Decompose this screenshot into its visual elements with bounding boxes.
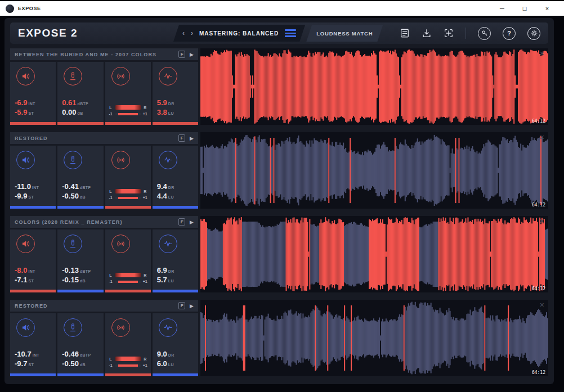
waveform-display[interactable]: × 64:12 — [200, 216, 548, 292]
stereo-width-bar — [115, 189, 141, 193]
preset-label[interactable]: MASTERING: BALANCED — [199, 30, 279, 37]
unit-label: dB — [80, 361, 86, 369]
track-header: RESTORED F ▶ — [10, 132, 198, 144]
unit-label: dBTP — [80, 183, 91, 192]
waveform — [200, 216, 548, 292]
remove-track-icon[interactable]: × — [540, 217, 544, 225]
lu-value: 4.4 — [157, 192, 167, 200]
remove-track-icon[interactable]: × — [540, 133, 544, 141]
tile-status-bar — [105, 290, 151, 292]
unit-label: INT — [28, 267, 35, 276]
focus-badge-icon[interactable]: F — [178, 218, 185, 226]
correlation-bar — [115, 113, 141, 115]
loudness-tile[interactable]: -11.0INT -9.9ST — [10, 146, 56, 209]
focus-badge-icon[interactable]: F — [178, 302, 185, 309]
peak-values: 0.61dBTP 0.00dB — [62, 98, 88, 118]
dynamics-tile[interactable]: 5.9DR 3.8LU — [153, 62, 198, 125]
settings-gear-icon[interactable] — [527, 27, 540, 40]
dynamics-tile[interactable]: 6.9DR 5.7LU — [153, 229, 198, 292]
unit-label: dBTP — [80, 267, 91, 276]
waveform-display[interactable]: × 64:12 — [200, 300, 548, 376]
loudness-st-value: -9.9 — [15, 192, 27, 200]
right-label: R — [142, 106, 148, 110]
next-preset-icon[interactable]: › — [191, 30, 193, 37]
add-track-icon[interactable] — [444, 28, 454, 38]
unit-label: DR — [168, 267, 174, 276]
peak-tile[interactable]: -0.46dBTP -0.50dB — [57, 313, 103, 376]
maximize-button[interactable]: □ — [513, 2, 536, 15]
play-icon[interactable]: ▶ — [190, 136, 194, 141]
loudness-int-value: -10.7 — [15, 350, 32, 358]
waveform — [200, 300, 548, 376]
dynamics-icon — [159, 151, 177, 169]
app-title: EXPOSE 2 — [18, 27, 173, 39]
dynamics-icon — [159, 318, 177, 337]
unit-label: dB — [80, 193, 86, 201]
stereo-tile[interactable]: LR -1+1 — [105, 62, 151, 125]
tile-status-bar — [10, 122, 56, 125]
track-title: BETWEEN THE BURIED AND ME - 2007 COLORS — [15, 52, 174, 57]
remove-track-icon[interactable]: × — [540, 301, 544, 309]
volume-icon — [16, 67, 35, 85]
min-label: -1 — [108, 363, 114, 367]
peak-values: -0.41dBTP -0.50dB — [62, 182, 91, 201]
lu-value: 3.8 — [157, 108, 167, 116]
play-icon[interactable]: ▶ — [190, 303, 194, 309]
peak-dbtp-value: 0.61 — [62, 98, 76, 107]
minimize-button[interactable]: ─ — [491, 2, 513, 15]
correlation-bar — [115, 197, 141, 199]
stereo-width-bar — [115, 357, 141, 361]
waveform-display[interactable]: × 64:12 — [200, 132, 548, 209]
track-metrics-column: BETWEEN THE BURIED AND ME - 2007 COLORS … — [10, 48, 198, 125]
peak-tile[interactable]: 0.61dBTP 0.00dB — [57, 62, 103, 125]
export-icon[interactable] — [422, 28, 432, 38]
peak-db-value: 0.00 — [62, 108, 76, 116]
stereo-tile[interactable]: LR -1+1 — [105, 229, 151, 292]
loudness-st-value: -5.9 — [15, 108, 27, 116]
play-icon[interactable]: ▶ — [190, 219, 194, 225]
tile-status-bar — [57, 290, 103, 292]
unit-label: LU — [168, 109, 174, 118]
tile-status-bar — [105, 206, 151, 209]
close-button[interactable]: × — [536, 2, 558, 15]
loudness-tile[interactable]: -10.7INT -9.7ST — [10, 313, 56, 376]
left-label: L — [108, 106, 114, 110]
focus-badge-icon[interactable]: F — [178, 134, 185, 142]
peak-tile[interactable]: -0.41dBTP -0.50dB — [57, 146, 103, 209]
loudness-values: -8.0INT -7.1ST — [15, 266, 35, 285]
unit-label: dBTP — [78, 100, 88, 108]
menu-icon[interactable] — [285, 29, 296, 37]
loudness-tile[interactable]: -6.9INT -5.9ST — [10, 62, 56, 125]
remove-track-icon[interactable]: × — [540, 49, 544, 57]
dynamics-tile[interactable]: 9.4DR 4.4LU — [153, 146, 198, 209]
unit-label: ST — [28, 193, 34, 201]
focus-badge-icon[interactable]: F — [178, 51, 185, 58]
stereo-field-icon — [111, 318, 130, 337]
unit-label: LU — [168, 277, 174, 285]
unit-label: LU — [168, 361, 174, 369]
left-label: L — [108, 190, 114, 193]
peak-tile[interactable]: -0.13dBTP -0.15dB — [57, 229, 103, 292]
track-row: BETWEEN THE BURIED AND ME - 2007 COLORS … — [10, 48, 548, 125]
prev-preset-icon[interactable]: ‹ — [182, 30, 185, 37]
volume-icon — [16, 151, 35, 169]
preset-selector[interactable]: ‹ › MASTERING: BALANCED — [173, 25, 305, 42]
unit-label: DR — [168, 183, 174, 192]
correlation-meter: LR -1+1 — [108, 271, 148, 283]
stereo-tile[interactable]: LR -1+1 — [105, 146, 151, 209]
tile-status-bar — [57, 206, 103, 209]
license-key-icon[interactable] — [478, 27, 491, 40]
loudness-tile[interactable]: -8.0INT -7.1ST — [10, 229, 56, 292]
waveform-display[interactable]: × 64:12 — [200, 48, 548, 125]
dr-value: 9.0 — [157, 350, 167, 358]
stereo-tile[interactable]: LR -1+1 — [105, 313, 151, 376]
stereo-width-bar — [115, 273, 141, 277]
loudness-st-value: -7.1 — [15, 276, 27, 284]
play-icon[interactable]: ▶ — [190, 52, 194, 57]
peak-values: -0.46dBTP -0.50dB — [62, 350, 91, 369]
report-icon[interactable] — [400, 28, 410, 38]
dynamics-tile[interactable]: 9.0DR 6.0LU — [153, 313, 198, 376]
help-icon[interactable]: ? — [503, 27, 516, 40]
loudness-match-button[interactable]: LOUDNESS MATCH — [306, 25, 383, 42]
tile-status-bar — [57, 373, 103, 376]
